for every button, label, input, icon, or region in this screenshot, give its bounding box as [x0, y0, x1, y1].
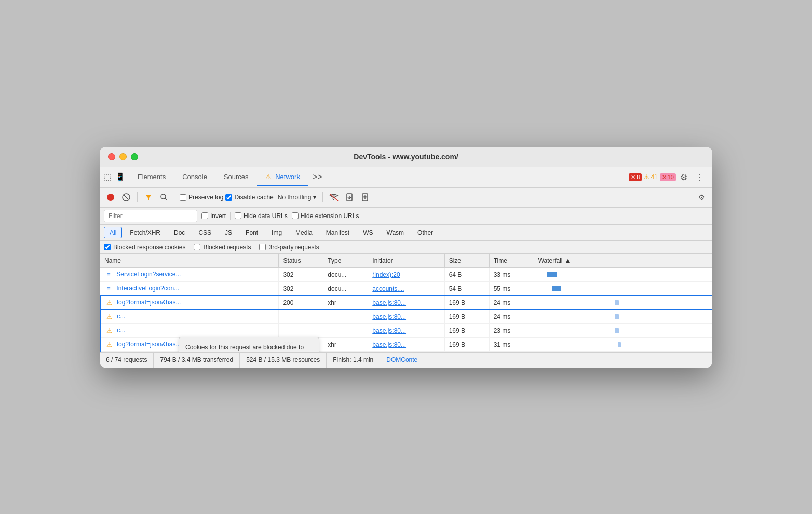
col-size[interactable]: Size — [444, 254, 489, 268]
third-party-checkbox[interactable] — [259, 244, 266, 250]
cell-name[interactable]: ≡ InteractiveLogin?con... — [100, 281, 279, 295]
search-button[interactable] — [157, 191, 171, 204]
stop-recording-button[interactable] — [104, 191, 117, 204]
hide-ext-label[interactable]: Hide extension URLs — [301, 212, 359, 220]
tab-network[interactable]: ⚠ Network — [257, 169, 308, 186]
third-party-option[interactable]: 3rd-party requests — [259, 244, 319, 251]
request-name-link[interactable]: InteractiveLogin?con... — [116, 285, 179, 292]
cell-initiator[interactable]: accounts.... — [368, 281, 444, 295]
type-css-button[interactable]: CSS — [193, 227, 217, 238]
devtools-settings-button[interactable]: ⚙ — [676, 170, 692, 184]
filter-button[interactable] — [142, 191, 155, 204]
cell-name[interactable]: ≡ ServiceLogin?service... — [100, 267, 279, 281]
cell-status — [279, 309, 323, 323]
cell-initiator[interactable]: base.js:80... — [368, 295, 444, 309]
cell-time: 24 ms — [489, 309, 534, 323]
blocked-requests-checkbox[interactable] — [194, 244, 200, 250]
type-doc-button[interactable]: Doc — [168, 227, 191, 238]
disable-cache-checkbox[interactable] — [225, 194, 232, 201]
table-row[interactable]: ≡ InteractiveLogin?con... 302 docu... ac… — [100, 281, 712, 295]
tab-elements[interactable]: Elements — [129, 169, 174, 186]
type-wasm-button[interactable]: Wasm — [381, 227, 410, 238]
cell-initiator[interactable]: base.js:80... — [368, 323, 444, 337]
table-row[interactable]: ≡ ServiceLogin?service... 302 docu... (i… — [100, 267, 712, 281]
fullscreen-button[interactable] — [131, 153, 138, 160]
type-js-button[interactable]: JS — [219, 227, 238, 238]
third-party-label[interactable]: 3rd-party requests — [268, 244, 319, 251]
col-type[interactable]: Type — [323, 254, 368, 268]
clear-button[interactable] — [119, 191, 133, 204]
toolbar-divider-3 — [322, 192, 323, 202]
tab-console[interactable]: Console — [174, 169, 215, 186]
type-img-button[interactable]: Img — [266, 227, 288, 238]
cell-waterfall — [534, 267, 712, 281]
export-har-button[interactable] — [358, 191, 372, 204]
cell-name[interactable]: ⚠ log?format=json&has... — [100, 295, 279, 309]
col-status[interactable]: Status — [279, 254, 323, 268]
blocked-cookies-checkbox[interactable] — [104, 244, 111, 250]
cell-waterfall — [534, 337, 712, 351]
type-xhr-button[interactable]: Fetch/XHR — [124, 227, 166, 238]
network-settings-button[interactable]: ⚙ — [695, 191, 708, 204]
disable-cache-label[interactable]: Disable cache — [234, 194, 273, 201]
type-all-button[interactable]: All — [104, 227, 122, 238]
type-media-button[interactable]: Media — [290, 227, 318, 238]
blocked-requests-label[interactable]: Blocked requests — [203, 244, 251, 251]
domconte-link[interactable]: DOMConte — [386, 356, 417, 363]
hide-data-option[interactable]: Hide data URLs — [235, 212, 288, 220]
filter-input[interactable] — [104, 210, 197, 222]
close-button[interactable] — [108, 153, 115, 160]
blocked-cookies-option[interactable]: Blocked response cookies — [104, 244, 185, 251]
table-row[interactable]: ⚠ c... base.js:80... 169 B 23 ms — [100, 323, 712, 337]
svg-line-5 — [165, 198, 167, 200]
hide-data-label[interactable]: Hide data URLs — [243, 212, 288, 220]
hide-ext-checkbox[interactable] — [292, 212, 299, 219]
cell-initiator[interactable]: base.js:80... — [368, 309, 444, 323]
type-manifest-button[interactable]: Manifest — [320, 227, 355, 238]
cell-initiator[interactable]: (index):20 — [368, 267, 444, 281]
blocked-requests-option[interactable]: Blocked requests — [194, 244, 251, 251]
invert-option[interactable]: Invert — [201, 212, 226, 220]
sort-asc-icon: ▲ — [565, 257, 571, 264]
import-har-button[interactable] — [343, 191, 356, 204]
col-name[interactable]: Name — [100, 254, 279, 268]
cell-time: 33 ms — [489, 267, 534, 281]
table-row[interactable]: ⚠ c... base.js:80... 169 B 24 ms — [100, 309, 712, 323]
request-name-link[interactable]: log?format=json&has... — [117, 299, 181, 306]
request-name-link[interactable]: log?format=json&has... — [117, 341, 181, 348]
warning-icon: ⚠ — [105, 341, 113, 349]
wifi-icon[interactable] — [327, 191, 341, 204]
preserve-log-checkbox[interactable] — [180, 194, 186, 201]
invert-label[interactable]: Invert — [210, 212, 226, 220]
col-initiator[interactable]: Initiator — [368, 254, 444, 268]
col-time[interactable]: Time — [489, 254, 534, 268]
request-name-link[interactable]: ServiceLogin?service... — [116, 270, 181, 278]
hide-data-checkbox[interactable] — [235, 212, 241, 219]
cell-time: 31 ms — [489, 337, 534, 351]
inspector-icon[interactable]: ⬚ — [104, 172, 111, 182]
type-ws-button[interactable]: WS — [357, 227, 378, 238]
col-waterfall[interactable]: Waterfall ▲ — [534, 254, 712, 268]
devtools-more-button[interactable]: ⋮ — [692, 170, 708, 184]
network-toolbar: Preserve log Disable cache No throttling… — [100, 188, 712, 208]
disable-cache-group: Disable cache — [225, 194, 273, 201]
preserve-log-label[interactable]: Preserve log — [188, 194, 223, 201]
invert-checkbox[interactable] — [201, 212, 208, 219]
cell-name[interactable]: ⚠ c... — [100, 309, 279, 323]
finish-segment: Finish: 1.4 min — [327, 353, 380, 368]
tab-sources[interactable]: Sources — [215, 169, 257, 186]
hide-ext-option[interactable]: Hide extension URLs — [292, 212, 359, 220]
cell-name[interactable]: ⚠ c... — [100, 323, 279, 337]
cell-initiator[interactable]: base.js:80... — [368, 337, 444, 351]
request-name-link[interactable]: c... — [117, 327, 125, 334]
request-name-link[interactable]: c... — [117, 313, 125, 320]
warning-icon: ⚠ — [105, 313, 113, 321]
minimize-button[interactable] — [119, 153, 127, 160]
table-row[interactable]: ⚠ log?format=json&has... 200 xhr base.js… — [100, 295, 712, 309]
device-mode-icon[interactable]: 📱 — [115, 172, 125, 182]
blocked-cookies-label[interactable]: Blocked response cookies — [113, 244, 185, 251]
type-font-button[interactable]: Font — [240, 227, 264, 238]
type-other-button[interactable]: Other — [412, 227, 439, 238]
more-tabs-button[interactable]: >> — [308, 170, 327, 184]
throttle-select[interactable]: No throttling ▾ — [276, 193, 319, 202]
